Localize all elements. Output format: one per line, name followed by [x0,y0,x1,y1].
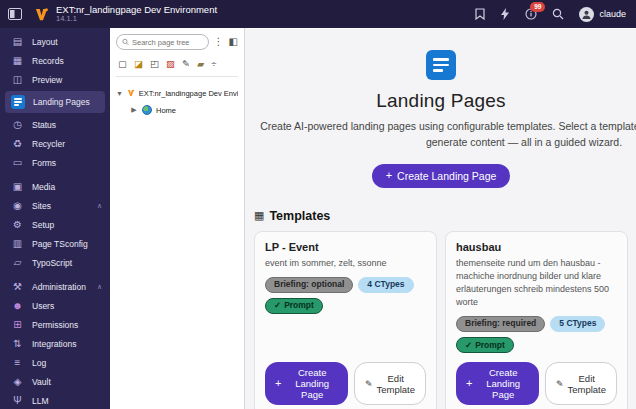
page-subtitle: Create AI-powered landing pages using co… [254,118,636,151]
tree-home-label: Home [156,106,176,115]
sidebar-item-label: Log [32,358,46,368]
chevron-down-icon[interactable]: ▼ [116,90,123,97]
sidebar-item-llm[interactable]: Ψ LLM [0,391,110,409]
sidebar-item-page-tsconfig[interactable]: ▥ Page TSconfig [0,234,110,253]
sidebar-item-label: Setup [32,220,54,230]
sidebar-item-records[interactable]: ▦ Records [0,51,110,70]
sidebar-item-label: TypoScript [32,258,72,268]
briefing-badge: Briefing: optional [265,277,353,293]
system-info-icon[interactable]: 99 [525,8,537,20]
permissions-icon: ⊞ [11,320,24,330]
llm-microphone-icon: Ψ [11,396,24,406]
pencil-icon: ✎ [556,379,564,389]
new-link-page-icon[interactable]: ✎ [182,59,190,69]
sidebar-item-media[interactable]: ▣ Media [0,177,110,196]
sidebar-item-landing-pages[interactable]: Landing Pages [5,91,105,113]
template-title: LP - Event [265,241,426,253]
template-cards-grid: LP - Event event im sommer, zelt, ssonne… [254,231,628,409]
module-sidebar: ▤ Layout ▦ Records ◫ Preview Landing Pag… [0,28,110,409]
sidebar-item-integrations[interactable]: ⇅ Integrations [0,334,110,353]
new-spacer-icon[interactable]: ÷ [211,59,216,69]
bolt-icon[interactable] [500,8,510,20]
new-mountpoint-page-icon[interactable]: ◰ [150,59,159,69]
template-description: themenseite rund um den hausbau - machic… [456,257,617,309]
notification-badge: 99 [530,2,545,12]
recycler-icon: ♻ [11,139,24,149]
site-title-block[interactable]: EXT:nr_landingpage Dev Environment 14.1.… [56,5,217,24]
sidebar-item-label: Records [32,56,64,66]
new-restricted-page-icon[interactable]: ▨ [166,59,175,69]
page-tree-search[interactable] [116,34,209,50]
search-icon [122,38,129,46]
new-page-toolbar: ▢ ◪ ◰ ▨ ✎ ▰ ÷ [116,59,238,77]
kebab-menu-icon[interactable]: ⋮ [214,37,224,47]
sidebar-item-administration[interactable]: ⚒ Administration ∧ [0,277,110,296]
templates-grid-icon: ▦ [254,209,264,222]
users-icon: ☻ [11,301,24,311]
card-edit-template-button[interactable]: ✎ Edit Template [354,362,426,405]
plus-icon: + [275,378,281,389]
plus-icon: + [466,378,472,389]
menu-toggle-icon[interactable] [8,8,22,20]
sidebar-item-layout[interactable]: ▤ Layout [0,32,110,51]
landing-pages-icon [11,95,25,109]
page-title: Landing Pages [254,90,628,112]
avatar [579,7,594,22]
typo3-logo [34,7,49,22]
pencil-icon: ✎ [365,379,373,389]
sites-icon: ◉ [11,201,24,211]
chevron-right-icon[interactable]: ▶ [130,106,138,114]
topbar: EXT:nr_landingpage Dev Environment 14.1.… [0,0,636,28]
sidebar-item-status[interactable]: ◷ Status [0,115,110,134]
card-create-landing-page-button[interactable]: + Create Landing Page [456,362,539,405]
sidebar-item-typoscript[interactable]: ▱ TypoScript [0,253,110,272]
new-shortcut-page-icon[interactable]: ◪ [134,59,143,69]
tree-root-row[interactable]: ▼ EXT:nr_landingpage Dev Environment [116,85,238,102]
page-tree-search-input[interactable] [132,38,203,47]
typoscript-icon: ▱ [11,258,24,268]
sidebar-item-preview[interactable]: ◫ Preview [0,70,110,89]
sidebar-item-label: Status [32,120,56,130]
module-header: Landing Pages Create AI-powered landing … [254,29,628,188]
administration-icon: ⚒ [11,282,24,292]
sidebar-item-log[interactable]: ≡ Log [0,353,110,372]
card-edit-template-button[interactable]: ✎ Edit Template [545,362,617,405]
create-landing-page-button[interactable]: + Create Landing Page [372,164,511,188]
new-folder-icon[interactable]: ▰ [197,59,204,69]
media-icon: ▣ [11,182,24,192]
templates-heading: Templates [269,209,330,223]
tree-home-row[interactable]: ▶ Home [116,102,238,119]
log-icon: ≡ [11,358,24,368]
sidebar-item-vault[interactable]: ◈ Vault [0,372,110,391]
sidebar-item-label: Permissions [32,320,78,330]
ctypes-badge: 5 CTypes [550,316,605,332]
sidebar-item-users[interactable]: ☻ Users [0,296,110,315]
page-tsconfig-icon: ▥ [11,239,24,249]
check-icon: ✓ [274,301,281,310]
preview-icon: ◫ [11,75,24,85]
sidebar-item-label: Recycler [32,139,65,149]
card-create-landing-page-button[interactable]: + Create Landing Page [265,362,348,405]
new-page-icon[interactable]: ▢ [118,59,127,69]
template-title: hausbau [456,241,617,253]
panel-expand-icon[interactable]: ◧ [229,37,238,47]
sidebar-item-recycler[interactable]: ♻ Recycler [0,134,110,153]
search-icon[interactable] [552,8,564,20]
site-version: 14.1.1 [56,15,217,23]
sidebar-item-label: Users [32,301,54,311]
bookmark-icon[interactable] [475,8,485,20]
sidebar-item-label: Forms [32,158,56,168]
page-tree-panel: ⋮ ◧ ▢ ◪ ◰ ▨ ✎ ▰ ÷ ▼ EXT:nr_landingpage D… [110,28,245,409]
sidebar-item-label: Administration [32,282,86,292]
sidebar-item-forms[interactable]: ▭ Forms [0,153,110,172]
sidebar-item-permissions[interactable]: ⊞ Permissions [0,315,110,334]
sidebar-item-label: Page TSconfig [32,239,88,249]
sidebar-item-label: Layout [32,37,58,47]
sidebar-item-setup[interactable]: ⚙ Setup [0,215,110,234]
ctypes-badge: 4 CTypes [358,277,413,293]
sidebar-item-sites[interactable]: ◉ Sites ∧ [0,196,110,215]
status-icon: ◷ [11,120,24,130]
site-globe-icon [142,105,152,115]
sidebar-item-label: Integrations [32,339,76,349]
user-menu[interactable]: claude [579,7,626,22]
